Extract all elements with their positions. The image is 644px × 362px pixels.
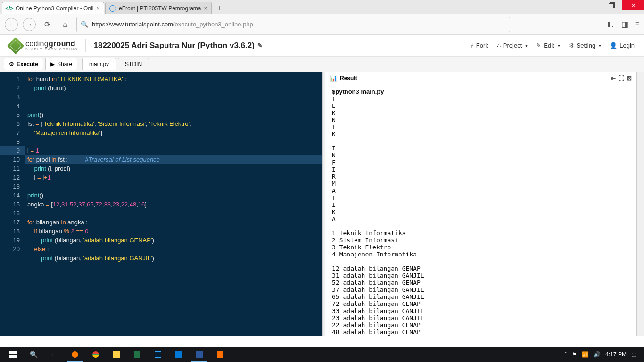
login-button[interactable]: 👤Login — [610, 42, 635, 49]
browser-tabstrip: </> Online Python3 Compiler - Onli × eFr… — [0, 0, 644, 14]
editor-pane[interactable]: 1234567891011121314151617181920 for huru… — [0, 72, 322, 336]
home-button[interactable]: ⌂ — [58, 18, 72, 31]
reload-button[interactable]: ⟳ — [41, 18, 54, 31]
logo-text-bold: ground — [49, 40, 75, 48]
site-header: codingground SIMPLY EASY CODING 18220025… — [0, 35, 644, 57]
library-icon[interactable]: ⫿⫿ — [607, 20, 615, 29]
execute-button[interactable]: ⚙Execute — [4, 58, 43, 70]
share-icon: ▶ — [50, 61, 55, 67]
tab-close-icon[interactable]: × — [204, 5, 208, 12]
logo-text-main: coding — [25, 40, 49, 48]
search-icon: 🔍 — [81, 21, 88, 28]
favicon-python-icon: </> — [6, 5, 13, 12]
tab-title: eFront | PTI205TW Pemrograma — [119, 5, 201, 12]
url-bar[interactable]: 🔍 https://www.tutorialspoint.com/execute… — [76, 17, 510, 32]
logo-subtitle: SIMPLY EASY CODING — [25, 48, 78, 51]
fork-icon: ⑂ — [470, 42, 474, 49]
file-tab-main[interactable]: main.py — [82, 58, 116, 70]
tray-flag-icon[interactable]: ⚑ — [572, 351, 577, 358]
result-header: 📊 Result ⇤ ⛶ ⊠ — [325, 72, 636, 84]
url-host: https://www.tutorialspoint.com — [92, 21, 173, 28]
editor-toolbar: ⚙Execute ▶Share main.py STDIN — [0, 57, 644, 72]
tray-clock[interactable]: 4:17 PM — [605, 351, 627, 358]
excel-taskbar-icon[interactable] — [127, 347, 147, 362]
task-view-icon[interactable]: ▭ — [44, 347, 64, 362]
tray-network-icon[interactable]: 📶 — [582, 351, 589, 358]
file-tab-stdin[interactable]: STDIN — [118, 58, 149, 70]
pencil-icon: ✎ — [536, 42, 541, 49]
tray-chevron-icon[interactable]: ˄ — [564, 351, 567, 358]
workspace: 1234567891011121314151617181920 for huru… — [0, 72, 644, 336]
fork-button[interactable]: ⑂Fork — [470, 42, 488, 49]
menu-icon[interactable]: ≡ — [635, 20, 639, 29]
start-button[interactable] — [3, 347, 23, 362]
browser-tab-inactive[interactable]: eFront | PTI205TW Pemrograma × — [105, 2, 212, 14]
window-restore-button[interactable] — [601, 0, 622, 10]
back-button[interactable]: ← — [5, 18, 18, 31]
tab-title: Online Python3 Compiler - Onli — [16, 5, 93, 12]
new-tab-button[interactable]: + — [213, 2, 226, 14]
paint-taskbar-icon[interactable] — [210, 347, 230, 362]
vertical-scrollbar[interactable] — [636, 72, 644, 336]
logo-diamond-icon — [7, 37, 25, 54]
collapse-icon[interactable]: ⇤ — [611, 75, 616, 82]
search-taskbar-icon[interactable]: 🔍 — [24, 347, 43, 362]
system-tray[interactable]: ˄ ⚑ 📶 🔊 4:17 PM ▢ — [564, 351, 641, 358]
project-menu[interactable]: ∴Project — [497, 42, 528, 49]
chrome-taskbar-icon[interactable] — [86, 347, 106, 362]
sidebar-icon[interactable]: ◨ — [621, 20, 628, 29]
share-button[interactable]: ▶Share — [45, 58, 77, 70]
word-taskbar-icon[interactable] — [190, 347, 209, 362]
firefox-taskbar-icon[interactable] — [65, 347, 85, 362]
app-taskbar-icon[interactable] — [169, 347, 189, 362]
chart-icon: 📊 — [330, 75, 337, 82]
site-logo[interactable]: codingground SIMPLY EASY CODING — [9, 40, 78, 52]
browser-tab-active[interactable]: </> Online Python3 Compiler - Onli × — [2, 2, 104, 14]
project-icon: ∴ — [497, 42, 501, 49]
windows-taskbar: 🔍 ▭ ˄ ⚑ 📶 🔊 4:17 PM ▢ — [0, 347, 644, 362]
code-area[interactable]: for huruf in 'TEKNIK INFIRMATIKA' : prin… — [25, 72, 322, 336]
photoshop-taskbar-icon[interactable] — [148, 347, 168, 362]
project-title: 18220025 Adri Saputra Nur (Python v3.6.2… — [93, 41, 262, 50]
gear-icon: ⚙ — [569, 42, 574, 49]
tab-close-icon[interactable]: × — [96, 5, 100, 12]
window-close-button[interactable]: ✕ — [622, 0, 644, 10]
tray-volume-icon[interactable]: 🔊 — [594, 351, 601, 358]
line-gutter: 1234567891011121314151617181920 — [0, 72, 25, 336]
result-pane: 📊 Result ⇤ ⛶ ⊠ $python3 main.py T E K N … — [325, 72, 636, 336]
result-output[interactable]: $python3 main.py T E K N I K I N F I R M… — [325, 84, 636, 336]
close-panel-icon[interactable]: ⊠ — [627, 75, 632, 82]
result-title: Result — [340, 75, 357, 82]
expand-icon[interactable]: ⛶ — [619, 75, 624, 82]
site-menu: ⑂Fork ∴Project ✎Edit ⚙Setting 👤Login — [470, 42, 635, 49]
favicon-ie-icon — [109, 5, 116, 12]
browser-navbar: ← → ⟳ ⌂ 🔍 https://www.tutorialspoint.com… — [0, 14, 644, 35]
forward-button[interactable]: → — [23, 18, 36, 31]
setting-menu[interactable]: ⚙Setting — [569, 42, 601, 49]
window-minimize-button[interactable] — [579, 0, 601, 10]
user-icon: 👤 — [610, 42, 617, 49]
edit-menu[interactable]: ✎Edit — [536, 42, 560, 49]
explorer-taskbar-icon[interactable] — [107, 347, 126, 362]
edit-title-icon[interactable]: ✎ — [257, 42, 263, 49]
tray-notifications-icon[interactable]: ▢ — [631, 351, 636, 358]
url-path: /execute_python3_online.php — [173, 21, 253, 28]
gear-run-icon: ⚙ — [9, 61, 14, 67]
